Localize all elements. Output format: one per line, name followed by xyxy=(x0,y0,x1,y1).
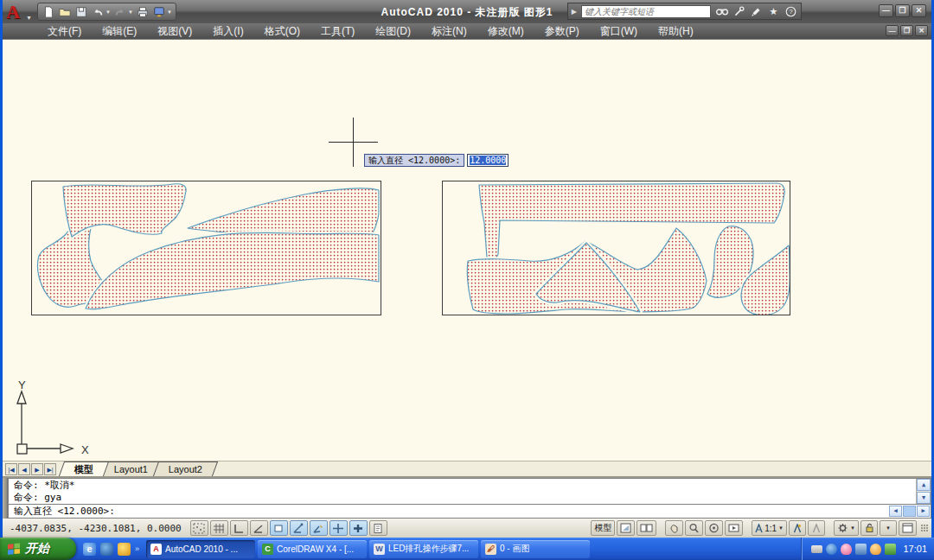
subscription-center-icon[interactable] xyxy=(750,5,763,17)
command-input-line[interactable]: 输入直径 <12.0000>: ◀ ▶ xyxy=(8,504,931,519)
display-icon[interactable] xyxy=(152,5,166,19)
menu-modify[interactable]: 修改(M) xyxy=(477,23,534,40)
toggle-ortho[interactable] xyxy=(230,520,248,536)
search-input[interactable] xyxy=(581,5,711,18)
media-player-icon[interactable] xyxy=(100,543,113,556)
menu-window[interactable]: 窗口(W) xyxy=(590,23,648,40)
communication-center-icon[interactable] xyxy=(732,5,745,17)
search-expand-icon[interactable]: ▶ xyxy=(572,8,577,16)
qq-orange-tray-icon[interactable] xyxy=(870,544,881,555)
toggle-lineweight[interactable] xyxy=(349,520,368,536)
pattern-piece[interactable] xyxy=(86,232,379,309)
network-tray-icon[interactable] xyxy=(855,544,867,555)
pan-icon[interactable] xyxy=(665,520,683,536)
layout-tabs-button[interactable] xyxy=(637,520,656,536)
redo-dropdown-icon[interactable]: ▼ xyxy=(128,10,133,15)
qq-pink-tray-icon[interactable] xyxy=(841,544,852,555)
pattern-piece[interactable] xyxy=(63,184,186,237)
workspace-gear-icon[interactable]: ▼ xyxy=(834,520,859,536)
input-method-tray-icon[interactable] xyxy=(826,544,837,555)
tab-last-icon[interactable]: ▶| xyxy=(44,463,56,475)
toggle-polar[interactable] xyxy=(250,520,268,536)
taskbar-clock[interactable]: 17:01 xyxy=(903,544,927,554)
undo-dropdown-icon[interactable]: ▼ xyxy=(106,10,111,15)
quick-launch-overflow-icon[interactable]: » xyxy=(135,544,139,553)
showmotion-icon[interactable] xyxy=(725,520,743,536)
close-button[interactable]: ✕ xyxy=(912,4,926,17)
save-icon[interactable] xyxy=(74,5,88,19)
tab-next-icon[interactable]: ▶ xyxy=(31,463,43,475)
doc-close-button[interactable]: ✕ xyxy=(915,25,928,36)
new-icon[interactable] xyxy=(42,5,55,19)
annotation-visibility-icon[interactable] xyxy=(789,520,806,536)
scroll-thumb[interactable] xyxy=(903,506,916,517)
menu-view[interactable]: 视图(V) xyxy=(147,23,202,40)
taskbar-task-paint[interactable]: 🖌 0 - 画图 xyxy=(481,540,590,558)
menu-dimension[interactable]: 标注(N) xyxy=(421,23,477,40)
messenger-icon[interactable] xyxy=(118,543,131,556)
menu-format[interactable]: 格式(O) xyxy=(254,23,310,40)
menu-parametric[interactable]: 参数(P) xyxy=(534,23,590,40)
menu-draw[interactable]: 绘图(D) xyxy=(365,23,421,40)
menu-insert[interactable]: 插入(I) xyxy=(202,23,253,40)
command-history[interactable]: 命令: *取消* 命令: gya ▲ ▼ xyxy=(8,478,931,504)
drawing-area[interactable]: 输入直径 <12.0000>: 12.0000 xyxy=(3,39,931,461)
command-scrollbar[interactable]: ▲ ▼ xyxy=(916,479,931,504)
autoscale-icon[interactable] xyxy=(808,520,825,536)
tab-prev-icon[interactable]: ◀ xyxy=(18,463,30,475)
zoom-icon[interactable] xyxy=(685,520,703,536)
toggle-ducs[interactable] xyxy=(310,520,328,536)
menu-edit[interactable]: 编辑(E) xyxy=(92,23,147,40)
taskbar-task-autocad[interactable]: A AutoCAD 2010 - ... xyxy=(146,540,255,558)
menu-tools[interactable]: 工具(T) xyxy=(310,23,365,40)
toggle-dyn[interactable] xyxy=(329,520,348,536)
scroll-up-icon[interactable]: ▲ xyxy=(917,479,931,491)
ie-icon[interactable]: e xyxy=(83,543,96,556)
tab-first-icon[interactable]: |◀ xyxy=(5,463,17,475)
toggle-osnap[interactable] xyxy=(270,520,288,536)
minimize-button[interactable]: ― xyxy=(879,4,893,17)
open-icon[interactable] xyxy=(58,5,72,19)
command-hscrollbar[interactable]: ◀ ▶ xyxy=(889,506,930,517)
help-icon[interactable]: ? xyxy=(784,5,797,17)
scroll-down-icon[interactable]: ▼ xyxy=(917,492,931,504)
start-button[interactable]: 开始 xyxy=(0,538,76,560)
taskbar-task-coreldraw[interactable]: C CorelDRAW X4 - [... xyxy=(258,540,367,558)
doc-minimize-button[interactable]: ― xyxy=(886,25,899,36)
doc-restore-button[interactable]: ❐ xyxy=(900,25,913,36)
clean-screen-icon[interactable] xyxy=(899,520,917,536)
tab-model[interactable]: 模型 xyxy=(59,461,109,476)
status-menu-dropdown-icon[interactable]: ▼ xyxy=(880,520,897,536)
toggle-snap[interactable] xyxy=(190,520,208,536)
layout-button[interactable] xyxy=(617,520,635,536)
redo-icon[interactable] xyxy=(113,5,127,19)
keyboard-tray-icon[interactable] xyxy=(811,545,822,553)
tab-layout2[interactable]: Layout2 xyxy=(153,461,218,476)
ucs-x-label: X xyxy=(81,443,89,456)
nesting-sheet-right[interactable] xyxy=(442,181,790,315)
dynamic-input-field[interactable]: 12.0000 xyxy=(467,154,509,167)
app-menu-button[interactable]: A ▼ xyxy=(4,1,30,22)
toggle-quick-properties[interactable] xyxy=(369,520,387,536)
taskbar-task-document[interactable]: W LED排孔操作步骤7... xyxy=(369,540,478,558)
resize-grip[interactable] xyxy=(921,525,928,531)
model-space-button[interactable]: 模型 xyxy=(591,520,615,536)
search-binoculars-icon[interactable] xyxy=(715,5,728,17)
plot-icon[interactable] xyxy=(136,5,150,19)
undo-icon[interactable] xyxy=(91,5,105,19)
menu-help[interactable]: 帮助(H) xyxy=(648,23,704,40)
scroll-left-icon[interactable]: ◀ xyxy=(889,506,902,517)
qat-customize-dropdown-icon[interactable]: ▼ xyxy=(167,10,172,15)
nesting-sheet-left[interactable] xyxy=(31,181,381,315)
notes-tray-icon[interactable] xyxy=(885,544,896,555)
menu-file[interactable]: 文件(F) xyxy=(37,23,92,40)
ucs-y-label: Y xyxy=(18,381,26,391)
lock-icon[interactable] xyxy=(860,520,878,536)
annotation-scale-button[interactable]: 1:1 ▼ xyxy=(752,520,787,536)
toggle-grid[interactable] xyxy=(210,520,228,536)
toggle-otrack[interactable] xyxy=(290,520,308,536)
scroll-right-icon[interactable]: ▶ xyxy=(917,506,930,517)
favorites-star-icon[interactable]: ★ xyxy=(767,5,780,17)
restore-button[interactable]: ❐ xyxy=(895,4,910,17)
steering-wheel-icon[interactable] xyxy=(705,520,723,536)
